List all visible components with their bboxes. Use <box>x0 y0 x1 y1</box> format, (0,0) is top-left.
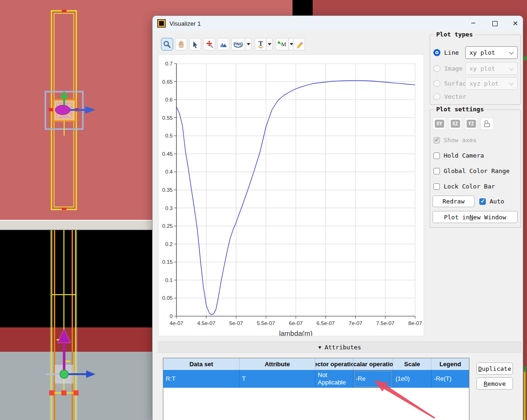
lock-color-bar-checkbox[interactable] <box>433 183 440 190</box>
svg-text:0.05: 0.05 <box>162 295 173 301</box>
zoom-extents-button[interactable] <box>203 38 215 51</box>
viewport-splitter[interactable] <box>0 220 152 230</box>
svg-text:6.5e-07: 6.5e-07 <box>316 320 335 326</box>
png-icon-label: PNG <box>234 41 243 46</box>
image-plot-value: xy plot <box>469 65 495 72</box>
svg-text:0.2: 0.2 <box>165 241 173 247</box>
maximize-button[interactable] <box>486 16 504 31</box>
svg-text:0.15: 0.15 <box>162 259 173 265</box>
cell-scale[interactable]: (1e0) <box>393 370 432 388</box>
hold-camera-label: Hold Camera <box>444 152 484 159</box>
cad-viewport-xz[interactable] <box>0 230 152 420</box>
handle-top[interactable] <box>62 10 66 12</box>
global-color-range-checkbox[interactable] <box>433 168 440 174</box>
plot-in-new-window-button[interactable]: Plot in New Window <box>432 211 518 223</box>
cell-vector-operation[interactable]: Not Applicable <box>315 370 353 388</box>
cell-legend[interactable]: -Re(T) <box>432 370 469 388</box>
svg-text:7e-07: 7e-07 <box>349 320 362 326</box>
pnw-pre: Plot in <box>444 214 469 221</box>
cursor-arrow-icon <box>191 40 199 49</box>
lock-view-button[interactable] <box>480 117 494 130</box>
show-axes-checkbox[interactable] <box>433 137 440 144</box>
mountains-icon <box>219 40 227 49</box>
svg-text:0: 0 <box>170 313 173 319</box>
svg-text:0.3: 0.3 <box>165 205 173 211</box>
z-axis-arrow[interactable] <box>63 343 65 374</box>
cell-attribute[interactable]: T <box>240 370 315 388</box>
xz-icon: XZ <box>451 120 460 128</box>
svg-text:6e-07: 6e-07 <box>289 320 302 326</box>
origin-handle[interactable] <box>55 105 70 115</box>
image-view-button[interactable] <box>217 38 229 51</box>
duplicate-button[interactable]: Duplicate <box>476 362 513 375</box>
matlab-export-button[interactable]: M <box>275 38 295 51</box>
col-scale: Scale <box>393 358 432 370</box>
radio-vector[interactable] <box>433 93 440 100</box>
chevron-down-icon <box>509 50 514 55</box>
chevron-down-icon <box>509 66 514 71</box>
minimize-button[interactable]: − <box>464 16 482 31</box>
table-row[interactable]: R:T T Not Applicable -Re (1e0) -Re(T) <box>163 370 469 388</box>
svg-text:0.45: 0.45 <box>162 151 173 157</box>
plot-area[interactable]: 4e-074.5e-075e-075.5e-076e-076.5e-077e-0… <box>158 54 424 336</box>
svg-text:0.25: 0.25 <box>162 223 173 229</box>
svg-text:4.5e-07: 4.5e-07 <box>197 320 215 326</box>
lock-color-bar-row: Lock Color Bar <box>433 183 495 190</box>
plot-settings-group: Plot settings XY XZ YZ Show axes Hold Ca… <box>430 109 521 228</box>
remove-button[interactable]: Remove <box>476 377 513 390</box>
attributes-table[interactable]: Data set Attribute Vector operation Scal… <box>163 358 469 420</box>
radio-surface[interactable] <box>433 80 440 87</box>
zoom-tool-button[interactable] <box>161 38 173 51</box>
export-png-button[interactable]: PNG <box>231 38 252 51</box>
pan-tool-button[interactable] <box>175 38 187 51</box>
radio-line[interactable] <box>433 49 440 56</box>
export-png-dropdown[interactable] <box>245 38 251 50</box>
auto-checkbox[interactable] <box>479 198 486 205</box>
edit-tool-button[interactable] <box>293 38 305 51</box>
plot-type-surface[interactable]: Surface <box>433 80 470 87</box>
line-plot-dropdown[interactable]: xy plot <box>465 46 518 59</box>
handle-s[interactable] <box>61 391 66 396</box>
text-annotation-dropdown[interactable] <box>266 38 272 50</box>
pnw-u: N <box>469 214 473 221</box>
plot-type-line[interactable]: Line <box>433 49 459 56</box>
cell-data-set[interactable]: R:T <box>163 370 240 388</box>
radio-image[interactable] <box>433 65 440 72</box>
view-xz-button[interactable]: XZ <box>448 117 462 130</box>
auto-row: Auto <box>479 198 504 205</box>
hold-camera-checkbox[interactable] <box>433 152 440 159</box>
plot-type-image[interactable]: Image <box>433 65 462 72</box>
origin-handle-2[interactable] <box>60 370 68 378</box>
svg-text:5.5e-07: 5.5e-07 <box>257 320 275 326</box>
svg-text:7.5e-07: 7.5e-07 <box>376 320 395 326</box>
edge-tick-yellow <box>524 372 526 420</box>
redraw-button[interactable]: Redraw <box>432 196 475 207</box>
select-tool-button[interactable] <box>189 38 201 51</box>
radio-vector-label: Vector <box>444 93 466 100</box>
handle-bottom[interactable] <box>62 208 66 210</box>
svg-text:lambda(m): lambda(m) <box>279 329 313 336</box>
plot-type-vector[interactable]: Vector <box>433 93 466 100</box>
attributes-collapse-bar[interactable]: ▼ Attributes <box>158 341 521 353</box>
minimize-icon: − <box>471 19 476 28</box>
svg-text:4e-07: 4e-07 <box>169 320 183 326</box>
pencil-icon <box>295 40 303 49</box>
handle-sw[interactable] <box>49 391 54 396</box>
view-yz-button[interactable]: YZ <box>464 117 478 130</box>
xy-icon: XY <box>435 120 444 128</box>
x-axis-arrowhead[interactable] <box>85 106 95 114</box>
text-tool-glyph: T <box>258 40 263 47</box>
cell-scalar-operation[interactable]: -Re <box>353 370 393 388</box>
col-data-set: Data set <box>163 358 240 370</box>
matlab-icon: M <box>276 40 288 49</box>
handle-se[interactable] <box>73 391 79 396</box>
move-zoom-wand-icon <box>205 40 213 49</box>
close-button[interactable]: × <box>506 16 523 31</box>
remove-label: emove <box>487 380 505 387</box>
global-color-range-label: Global Color Range <box>444 167 510 174</box>
plot-settings-title: Plot settings <box>434 106 486 113</box>
duplicate-u: D <box>478 365 482 372</box>
view-xy-button[interactable]: XY <box>432 117 446 130</box>
text-annotation-button[interactable]: T <box>255 38 273 51</box>
svg-text:0.65: 0.65 <box>162 79 173 85</box>
